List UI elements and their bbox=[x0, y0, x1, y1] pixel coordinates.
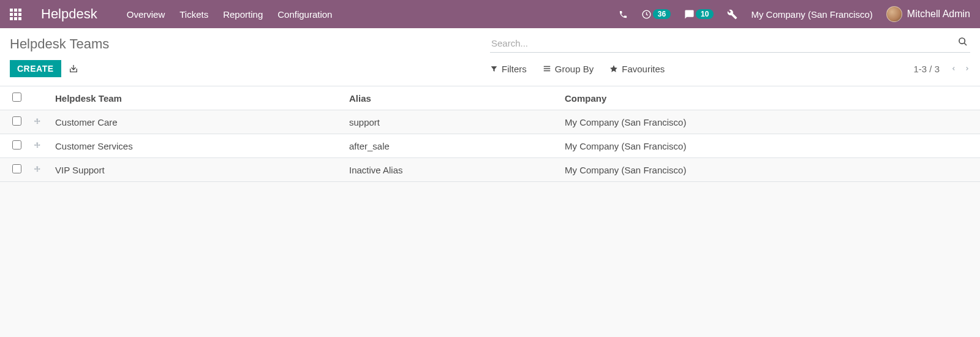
apps-menu-icon[interactable] bbox=[10, 9, 21, 20]
nav-overview[interactable]: Overview bbox=[127, 9, 165, 20]
header-team[interactable]: Helpdesk Team bbox=[50, 86, 344, 110]
row-checkbox[interactable] bbox=[12, 164, 21, 173]
cell-company: My Company (San Francisco) bbox=[560, 110, 980, 134]
groupby-label: Group By bbox=[555, 64, 594, 74]
teams-table: Helpdesk Team Alias Company Customer Car… bbox=[0, 86, 980, 182]
debug-icon[interactable] bbox=[727, 9, 737, 20]
star-icon bbox=[609, 64, 618, 73]
user-name: Mitchell Admin bbox=[907, 9, 970, 20]
table-row[interactable]: Customer CaresupportMy Company (San Fran… bbox=[0, 110, 980, 134]
cell-team: Customer Care bbox=[50, 110, 344, 134]
table-row[interactable]: VIP SupportInactive AliasMy Company (San… bbox=[0, 158, 980, 182]
drag-handle-icon[interactable] bbox=[33, 142, 45, 150]
main-navbar: Helpdesk Overview Tickets Reporting Conf… bbox=[0, 0, 980, 28]
favourites-button[interactable]: Favourites bbox=[609, 64, 665, 74]
select-all-checkbox[interactable] bbox=[12, 93, 21, 102]
user-menu[interactable]: Mitchell Admin bbox=[886, 6, 970, 22]
header-alias[interactable]: Alias bbox=[344, 86, 560, 110]
svg-point-1 bbox=[959, 38, 965, 44]
list-view: Helpdesk Team Alias Company Customer Car… bbox=[0, 86, 980, 182]
drag-handle-icon[interactable] bbox=[33, 118, 45, 126]
cell-alias: after_sale bbox=[344, 134, 560, 158]
nav-tickets[interactable]: Tickets bbox=[179, 9, 208, 20]
table-row[interactable]: Customer Servicesafter_saleMy Company (S… bbox=[0, 134, 980, 158]
discuss-icon[interactable]: 10 bbox=[684, 9, 714, 20]
row-checkbox[interactable] bbox=[12, 140, 21, 150]
drag-handle-icon[interactable] bbox=[33, 165, 45, 174]
create-button[interactable]: CREATE bbox=[10, 60, 61, 77]
navbar-right: 36 10 My Company (San Francisco) Mitchel… bbox=[619, 6, 970, 22]
favourites-label: Favourites bbox=[622, 64, 665, 74]
pager-text[interactable]: 1-3 / 3 bbox=[913, 64, 940, 74]
cell-team: Customer Services bbox=[50, 134, 344, 158]
cell-company: My Company (San Francisco) bbox=[560, 158, 980, 182]
cell-alias: support bbox=[344, 110, 560, 134]
control-panel: Helpdesk Teams CREATE Filters Group By F… bbox=[0, 28, 980, 86]
search-input[interactable] bbox=[490, 36, 970, 53]
search-wrap bbox=[490, 36, 970, 53]
avatar bbox=[886, 6, 902, 22]
groupby-button[interactable]: Group By bbox=[543, 64, 594, 74]
nav-reporting[interactable]: Reporting bbox=[223, 9, 263, 20]
header-company[interactable]: Company bbox=[560, 86, 980, 110]
chevron-right-icon bbox=[964, 64, 970, 74]
pager-next[interactable] bbox=[964, 64, 970, 74]
cell-team: VIP Support bbox=[50, 158, 344, 182]
search-icon[interactable] bbox=[958, 37, 968, 47]
pager-prev[interactable] bbox=[951, 64, 957, 74]
company-switcher[interactable]: My Company (San Francisco) bbox=[751, 9, 872, 20]
filters-button[interactable]: Filters bbox=[490, 64, 527, 74]
row-checkbox[interactable] bbox=[12, 116, 21, 126]
export-icon[interactable] bbox=[69, 64, 78, 74]
nav-configuration[interactable]: Configuration bbox=[277, 9, 332, 20]
app-title[interactable]: Helpdesk bbox=[41, 6, 97, 22]
breadcrumb: Helpdesk Teams bbox=[10, 36, 109, 52]
nav-links: Overview Tickets Reporting Configuration bbox=[127, 9, 333, 20]
cell-alias: Inactive Alias bbox=[344, 158, 560, 182]
cell-company: My Company (San Francisco) bbox=[560, 134, 980, 158]
chevron-left-icon bbox=[951, 64, 957, 74]
phone-icon[interactable] bbox=[619, 10, 628, 19]
list-icon bbox=[543, 64, 551, 73]
discuss-badge: 10 bbox=[696, 9, 714, 19]
svg-line-2 bbox=[964, 43, 967, 45]
activities-icon[interactable]: 36 bbox=[641, 9, 671, 20]
filter-icon bbox=[490, 65, 498, 73]
filters-label: Filters bbox=[502, 64, 527, 74]
activities-badge: 36 bbox=[653, 9, 671, 19]
